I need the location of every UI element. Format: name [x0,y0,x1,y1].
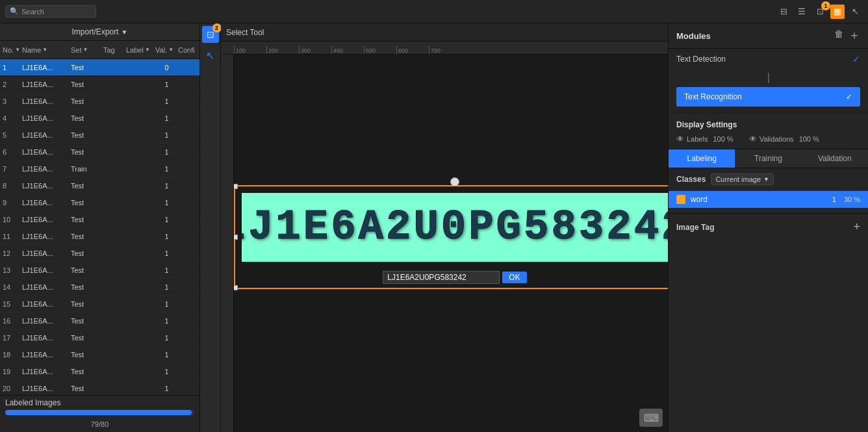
table-row[interactable]: 4 LJ1E6A... Test 1 [0,110,199,127]
table-row[interactable]: 5 LJ1E6A... Test 1 [0,127,199,144]
cell-no: 19 [3,368,22,375]
current-image-label: Current image [715,175,761,183]
cell-no: 11 [3,233,22,240]
class-item-word[interactable]: word 1 30 % [669,191,868,208]
table-row[interactable]: 7 LJ1E6A... Train 1 [0,160,199,177]
cell-val: 1 [155,81,178,88]
labeled-images-bar: Labeled Images [0,396,199,410]
canvas-content[interactable]: LJ1E6A2U0PG583242 OK ⌨ [234,55,668,432]
table-row[interactable]: 13 LJ1E6A... Test 1 [0,262,199,279]
cell-val: 1 [155,283,178,291]
text-recognition-module[interactable]: Text Recognition ✓ [676,87,860,107]
annotation-box[interactable]: LJ1E6A2U0PG583242 OK [234,185,668,289]
grid-icon: ▦ [834,6,841,16]
cell-val: 1 [155,368,178,375]
cell-no: 12 [3,249,22,257]
grid-icon-btn[interactable]: ▦ [830,5,845,19]
ruler-tick: 300 [299,46,331,54]
cell-val: 1 [155,182,178,190]
table-row[interactable]: 3 LJ1E6A... Test 1 [0,93,199,110]
cell-set: Test [71,182,103,190]
tabs-row: Labeling Training Validation [669,149,868,168]
filter-icon: ⊟ [780,6,787,16]
cell-val: 0 [155,64,178,71]
filter-icon-btn[interactable]: ⊟ [776,4,791,19]
ruler-tick: 200 [266,46,299,54]
table-row[interactable]: 14 LJ1E6A... Test 1 [0,279,199,296]
cell-no: 6 [3,148,22,156]
table-row[interactable]: 20 LJ1E6A... Test 1 [0,380,199,395]
tab-labeling[interactable]: Labeling [669,149,735,168]
keyboard-icon[interactable]: ⌨ [639,409,663,427]
table-row[interactable]: 6 LJ1E6A... Test 1 [0,144,199,160]
text-detection-module[interactable]: Text Detection ✓ [669,49,868,70]
cell-no: 17 [3,334,22,342]
cell-set: Test [71,317,103,325]
table-row[interactable]: 17 LJ1E6A... Test 1 [0,329,199,346]
table-body: 1 LJ1E6A... Test 0 2 LJ1E6A... Test 1 3 … [0,59,199,395]
badge-circle-1: 1 [821,1,830,10]
add-module-btn[interactable]: ＋ [849,27,860,43]
list-icon-btn[interactable]: ☰ [794,4,810,19]
cell-set: Test [71,199,103,207]
table-row[interactable]: 16 LJ1E6A... Test 1 [0,312,199,329]
cell-name: LJ1E6A... [22,64,71,71]
select-icon-btn[interactable]: ↖ [847,4,863,19]
cell-set: Test [71,114,103,122]
handle-tl[interactable] [234,184,238,189]
cell-name: LJ1E6A... [22,300,71,308]
badge1-btn[interactable]: ⊡ 1 [812,4,828,19]
add-tag-button[interactable]: + [853,220,860,234]
import-export-bar[interactable]: Import/Export ▼ [0,23,199,41]
current-image-dropdown[interactable]: Current image ▼ [711,173,774,185]
cell-val: 1 [155,351,178,359]
handle-ml[interactable] [234,235,238,240]
class-count-word: 1 [832,196,836,203]
cell-name: LJ1E6A... [22,385,71,392]
module-separator [669,112,868,112]
cell-name: LJ1E6A... [22,131,71,139]
table-row[interactable]: 12 LJ1E6A... Test 1 [0,245,199,262]
tab-validation[interactable]: Validation [802,149,868,168]
table-row[interactable]: 18 LJ1E6A... Test 1 [0,346,199,363]
class-pct-word: 30 % [844,196,860,203]
ok-button[interactable]: OK [502,272,526,283]
handle-bl[interactable] [234,285,238,290]
cell-no: 20 [3,385,22,392]
select-tool-btn[interactable]: ↖ [202,47,219,64]
display-settings: Display Settings 👁 Labels 100 % 👁 Valida… [669,115,868,149]
text-recognition-label: Text Recognition [684,92,742,101]
cell-val: 1 [155,165,178,173]
cell-no: 16 [3,317,22,325]
cell-no: 18 [3,351,22,359]
tab-training[interactable]: Training [735,149,801,168]
table-row[interactable]: 19 LJ1E6A... Test 1 [0,363,199,380]
annotation-container: LJ1E6A2U0PG583242 OK [234,153,668,335]
labeled-images-label: Labeled Images [5,398,60,407]
trash-icon[interactable]: 🗑 [834,29,843,43]
label-input[interactable] [383,271,500,284]
table-row[interactable]: 11 LJ1E6A... Test 1 [0,228,199,245]
table-row[interactable]: 8 LJ1E6A... Test 1 [0,177,199,194]
cell-set: Test [71,334,103,342]
right-panel: Modules 🗑 ＋ Text Detection ✓ Text Recogn… [668,23,868,432]
class-color-word [676,195,685,204]
classes-label: Classes [676,175,706,184]
table-row[interactable]: 2 LJ1E6A... Test 1 [0,76,199,93]
table-row[interactable]: 9 LJ1E6A... Test 1 [0,194,199,211]
annotation-image: LJ1E6A2U0PG583242 [242,193,668,262]
badge2-tool-btn[interactable]: ⊡ 2 [202,26,219,43]
table-row[interactable]: 15 LJ1E6A... Test 1 [0,296,199,312]
rotation-handle[interactable] [450,177,459,186]
table-row[interactable]: 1 LJ1E6A... Test 0 [0,59,199,76]
search-input[interactable]: 🔍 Search [5,5,96,18]
labels-label: Labels [687,135,708,143]
table-row[interactable]: 10 LJ1E6A... Test 1 [0,211,199,228]
cell-val: 1 [155,249,178,257]
cell-set: Test [71,351,103,359]
left-panel: Import/Export ▼ No. ▼ Name ▼ Set ▼ Tag L… [0,23,200,432]
cell-set: Test [71,216,103,223]
cell-no: 5 [3,131,22,139]
cell-name: LJ1E6A... [22,351,71,359]
cell-val: 1 [155,266,178,274]
